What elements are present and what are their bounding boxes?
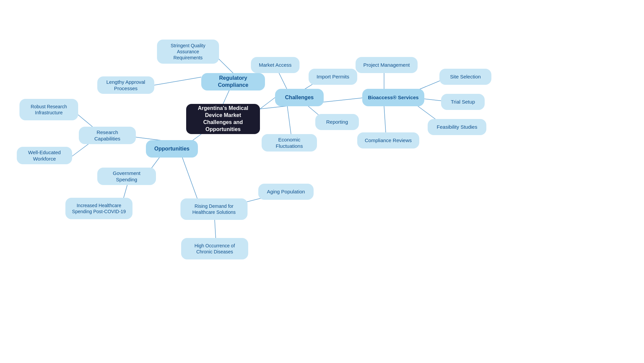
well-educated-node: Well-Educated Workforce [17,147,72,164]
reporting-label: Reporting [326,119,348,125]
regulatory-compliance-label: Regulatory Compliance [207,75,260,89]
research-capabilities-node: Research Capabilities [79,127,136,144]
economic-fluctuations-node: Economic Fluctuations [262,134,317,152]
robust-research-node: Robust Research Infrastructure [19,99,78,120]
challenges-node: Challenges [275,89,324,106]
robust-research-label: Robust Research Infrastructure [25,104,73,116]
rising-demand-node: Rising Demand for Healthcare Solutions [180,198,248,220]
center-node: Argentina's Medical Device Market Challe… [186,104,260,134]
government-spending-node: Government Spending [97,168,156,185]
regulatory-compliance-node: Regulatory Compliance [201,73,265,90]
opportunities-node: Opportunities [146,140,198,158]
mind-map-container: Argentina's Medical Device Market Challe… [0,0,644,363]
feasibility-studies-label: Feasibility Studies [437,124,477,130]
economic-fluctuations-label: Economic Fluctuations [267,136,312,149]
feasibility-studies-node: Feasibility Studies [428,119,486,135]
research-capabilities-label: Research Capabilities [84,129,130,142]
market-access-node: Market Access [251,57,300,73]
lengthy-approval-node: Lengthy Approval Processes [97,76,154,94]
site-selection-node: Site Selection [439,69,491,85]
bioaccess-services-label: Bioaccess® Services [368,94,419,101]
chronic-diseases-label: High Occurrence of Chronic Diseases [186,243,243,255]
project-management-label: Project Management [363,62,410,68]
chronic-diseases-node: High Occurrence of Chronic Diseases [181,238,248,259]
center-label: Argentina's Medical Device Market Challe… [192,105,255,133]
trial-setup-node: Trial Setup [441,94,485,110]
import-permits-node: Import Permits [309,69,357,85]
trial-setup-label: Trial Setup [451,99,475,105]
reporting-node: Reporting [315,114,359,130]
well-educated-label: Well-Educated Workforce [22,149,67,162]
government-spending-label: Government Spending [103,170,151,183]
stringent-qa-node: Stringent Quality Assurance Requirements [157,40,219,64]
market-access-label: Market Access [259,62,292,68]
compliance-reviews-label: Compliance Reviews [365,137,412,144]
import-permits-label: Import Permits [317,73,350,80]
compliance-reviews-node: Compliance Reviews [357,132,419,148]
opportunities-label: Opportunities [154,145,190,153]
lengthy-approval-label: Lengthy Approval Processes [103,79,149,92]
increased-healthcare-label: Increased Healthcare Spending Post-COVID… [71,202,127,215]
project-management-node: Project Management [356,57,418,73]
aging-population-label: Aging Population [267,188,305,195]
site-selection-label: Site Selection [450,73,481,80]
bioaccess-services-node: Bioaccess® Services [362,89,424,106]
aging-population-node: Aging Population [258,184,314,200]
increased-healthcare-node: Increased Healthcare Spending Post-COVID… [65,198,132,219]
rising-demand-label: Rising Demand for Healthcare Solutions [186,203,242,215]
stringent-qa-label: Stringent Quality Assurance Requirements [162,43,214,61]
challenges-label: Challenges [285,94,314,101]
